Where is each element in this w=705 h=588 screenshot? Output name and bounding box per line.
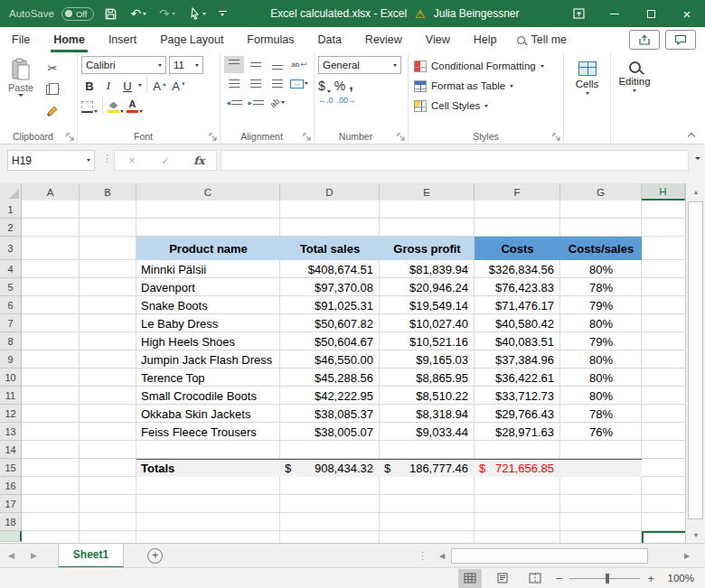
- zoom-slider-track[interactable]: [569, 573, 640, 584]
- column-header-H[interactable]: H: [642, 183, 685, 201]
- format-painter-button[interactable]: [42, 102, 63, 120]
- table-cell[interactable]: 80%: [560, 387, 642, 405]
- row-header-2[interactable]: 2: [0, 219, 22, 237]
- conditional-formatting-button[interactable]: Conditional Formatting: [412, 56, 544, 76]
- tab-review[interactable]: Review: [353, 27, 414, 52]
- row-header-7[interactable]: 7: [0, 314, 22, 332]
- table-cell[interactable]: $9,033.44: [380, 423, 475, 441]
- row-header-16[interactable]: 16: [0, 477, 22, 495]
- table-cell[interactable]: $46,550.00: [280, 350, 380, 369]
- bold-button[interactable]: B: [81, 77, 98, 94]
- table-header-cell[interactable]: Gross profit: [380, 237, 475, 260]
- chevron-down-icon[interactable]: [138, 84, 142, 87]
- tab-insert[interactable]: Insert: [97, 27, 148, 52]
- redo-button[interactable]: ↷: [156, 0, 178, 27]
- row-header-14[interactable]: 14: [0, 441, 22, 459]
- collapse-ribbon-button[interactable]: [689, 131, 696, 138]
- sheet-tab-sheet1[interactable]: Sheet1: [58, 544, 124, 568]
- comments-button[interactable]: [665, 30, 696, 50]
- table-cell[interactable]: 76%: [560, 423, 642, 441]
- close-button[interactable]: ×: [669, 0, 705, 27]
- table-cell[interactable]: $326,834.56: [475, 260, 560, 278]
- table-cell[interactable]: $8,865.95: [380, 369, 475, 387]
- table-cell[interactable]: Davenport: [136, 278, 280, 296]
- row-header-6[interactable]: 6: [0, 296, 22, 314]
- scroll-up-button[interactable]: ▲: [686, 183, 705, 200]
- comma-style-button[interactable]: ,: [349, 77, 352, 93]
- font-color-button[interactable]: A: [127, 97, 143, 114]
- zoom-slider-thumb[interactable]: [606, 574, 609, 583]
- ribbon-display-options-button[interactable]: [560, 0, 597, 27]
- table-cell[interactable]: $10,027.40: [380, 314, 475, 332]
- page-layout-view-button[interactable]: [491, 569, 514, 588]
- table-cell[interactable]: 79%: [560, 332, 642, 350]
- align-left-button[interactable]: [224, 75, 244, 92]
- vertical-scrollbar[interactable]: ▲ ▼: [685, 183, 705, 543]
- grow-font-button[interactable]: A▲: [152, 77, 168, 94]
- row-header-19[interactable]: [0, 531, 22, 542]
- table-cell[interactable]: $45,288.56: [280, 369, 380, 387]
- decrease-indent-button[interactable]: ◀: [224, 94, 244, 111]
- row-header-1[interactable]: 1: [0, 201, 22, 219]
- editing-button[interactable]: Editing: [615, 56, 654, 126]
- align-bottom-button[interactable]: [268, 56, 287, 73]
- table-cell[interactable]: $50,604.67: [280, 332, 380, 350]
- row-header-4[interactable]: 4: [0, 260, 22, 278]
- table-cell[interactable]: $40,083.51: [475, 332, 560, 350]
- increase-decimal-button[interactable]: ←.0: [318, 96, 334, 105]
- align-right-button[interactable]: [268, 75, 287, 92]
- zoom-level[interactable]: 100%: [663, 573, 694, 583]
- align-center-button[interactable]: [246, 75, 266, 92]
- column-header-G[interactable]: G: [560, 183, 642, 201]
- table-cell[interactable]: Okkaba Skin Jackets: [136, 405, 280, 423]
- table-cell[interactable]: 78%: [560, 405, 642, 423]
- cell-styles-button[interactable]: Cell Styles: [412, 96, 488, 116]
- table-cell[interactable]: 80%: [560, 314, 642, 332]
- row-header-15[interactable]: 15: [0, 459, 22, 477]
- table-cell[interactable]: $37,384.96: [475, 350, 560, 369]
- table-cell[interactable]: 79%: [560, 296, 642, 314]
- table-cell[interactable]: $71,476.17: [475, 296, 560, 314]
- table-cell[interactable]: $9,165.03: [380, 350, 475, 369]
- cells-button[interactable]: Cells: [568, 56, 606, 126]
- undo-button[interactable]: ↶: [127, 0, 149, 27]
- table-cell[interactable]: $8,510.22: [380, 387, 475, 405]
- totals-empty-cell[interactable]: [560, 459, 642, 477]
- format-as-table-button[interactable]: Format as Table: [412, 76, 513, 96]
- table-cell[interactable]: $97,370.08: [280, 278, 380, 296]
- warning-icon[interactable]: ⚠: [415, 7, 426, 21]
- number-format-select[interactable]: General: [318, 56, 401, 74]
- totals-value-cell[interactable]: $721,656.85: [475, 459, 560, 477]
- borders-button[interactable]: [81, 97, 98, 114]
- row-header-18[interactable]: 18: [0, 513, 22, 531]
- table-header-cell[interactable]: Costs: [475, 237, 560, 260]
- name-box[interactable]: H19: [7, 150, 95, 171]
- row-header-9[interactable]: 9: [0, 350, 22, 369]
- accounting-format-button[interactable]: $: [318, 77, 331, 93]
- autosave-toggle[interactable]: Off: [61, 7, 95, 21]
- table-header-cell[interactable]: Total sales: [280, 237, 380, 260]
- normal-view-button[interactable]: [458, 569, 482, 588]
- tab-file[interactable]: File: [0, 27, 42, 52]
- scroll-right-button[interactable]: ▶: [680, 552, 694, 560]
- formula-bar-grip[interactable]: ⋮: [102, 153, 112, 164]
- share-button[interactable]: [629, 30, 660, 50]
- table-cell[interactable]: 80%: [560, 369, 642, 387]
- tell-me-search[interactable]: Tell me: [508, 33, 576, 46]
- underline-button[interactable]: U: [119, 77, 136, 94]
- fill-color-button[interactable]: [108, 97, 124, 114]
- number-dialog-launcher[interactable]: [397, 133, 406, 142]
- column-header-D[interactable]: D: [280, 183, 380, 201]
- orientation-button[interactable]: ab: [268, 94, 287, 111]
- align-middle-button[interactable]: [246, 56, 266, 73]
- scroll-left-button[interactable]: ◀: [435, 552, 449, 560]
- next-sheet-button[interactable]: ▶: [23, 551, 45, 560]
- italic-button[interactable]: I: [100, 77, 117, 94]
- alignment-dialog-launcher[interactable]: [303, 133, 312, 142]
- table-cell[interactable]: $33,712.73: [475, 387, 560, 405]
- table-cell[interactable]: Small Crocodile Boots: [136, 387, 280, 405]
- clipboard-dialog-launcher[interactable]: [66, 133, 75, 142]
- shrink-font-button[interactable]: A▼: [171, 77, 187, 94]
- table-cell[interactable]: Snake Boots: [136, 296, 280, 314]
- minimize-button[interactable]: [597, 0, 633, 27]
